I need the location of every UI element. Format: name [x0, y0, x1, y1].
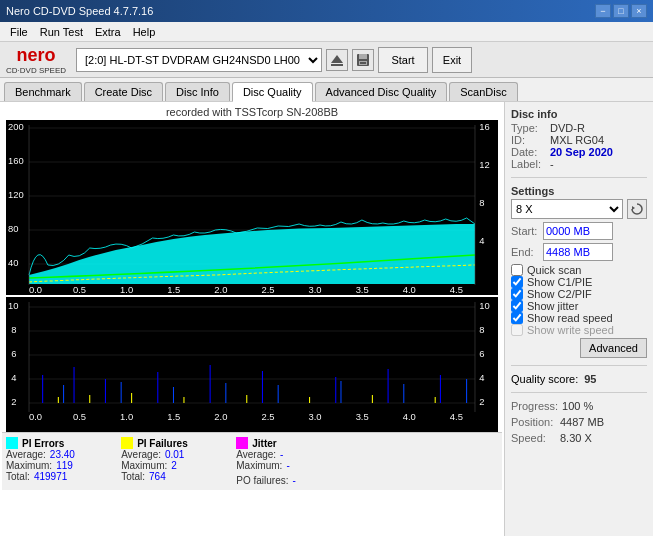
show-jitter-label: Show jitter — [527, 300, 578, 312]
menu-extra[interactable]: Extra — [89, 24, 127, 40]
quick-scan-label: Quick scan — [527, 264, 581, 276]
logo: nero CD·DVD SPEED — [6, 45, 66, 75]
disc-info-section: Disc info Type: DVD-R ID: MXL RG04 Date:… — [511, 108, 647, 170]
show-c1-label: Show C1/PIE — [527, 276, 592, 288]
svg-text:0.0: 0.0 — [29, 412, 42, 422]
svg-text:4.0: 4.0 — [403, 285, 416, 295]
svg-text:120: 120 — [8, 190, 24, 200]
titlebar-title: Nero CD-DVD Speed 4.7.7.16 — [6, 5, 153, 17]
close-button[interactable]: × — [631, 4, 647, 18]
svg-text:40: 40 — [8, 258, 18, 268]
progress-row: Progress: 100 % — [511, 400, 647, 412]
menu-run-test[interactable]: Run Test — [34, 24, 89, 40]
right-panel: Disc info Type: DVD-R ID: MXL RG04 Date:… — [505, 102, 653, 536]
advanced-button[interactable]: Advanced — [580, 338, 647, 358]
quality-score-value: 95 — [584, 373, 596, 385]
po-failures-label: PO failures: — [236, 475, 288, 486]
pi-errors-max-label: Maximum: — [6, 460, 52, 471]
svg-text:10: 10 — [479, 301, 489, 311]
svg-text:4: 4 — [479, 236, 484, 246]
maximize-button[interactable]: □ — [613, 4, 629, 18]
separator-3 — [511, 392, 647, 393]
disc-id-row: ID: MXL RG04 — [511, 134, 647, 146]
show-write-row: Show write speed — [511, 324, 647, 336]
svg-rect-5 — [360, 62, 366, 64]
show-c1-row: Show C1/PIE — [511, 276, 647, 288]
svg-text:4.5: 4.5 — [450, 412, 463, 422]
svg-text:2: 2 — [479, 397, 484, 407]
titlebar-controls: − □ × — [595, 4, 647, 18]
pi-errors-avg-value: 23.40 — [50, 449, 95, 460]
show-c1-checkbox[interactable] — [511, 276, 523, 288]
pi-errors-color-swatch — [6, 437, 18, 449]
disc-type-label: Type: — [511, 122, 546, 134]
pi-errors-avg-label: Average: — [6, 449, 46, 460]
end-mb-label: End: — [511, 246, 539, 258]
stats-area: PI Errors Average: 23.40 Maximum: 119 To… — [2, 432, 502, 490]
menu-help[interactable]: Help — [127, 24, 162, 40]
svg-text:1.5: 1.5 — [167, 285, 180, 295]
svg-text:16: 16 — [479, 122, 489, 132]
disc-id-value: MXL RG04 — [550, 134, 604, 146]
svg-text:8: 8 — [11, 325, 16, 335]
disc-date-row: Date: 20 Sep 2020 — [511, 146, 647, 158]
tabs: Benchmark Create Disc Disc Info Disc Qua… — [0, 78, 653, 102]
jitter-group: Jitter Average: - Maximum: - PO failures… — [236, 437, 337, 486]
pi-failures-total-value: 764 — [149, 471, 194, 482]
svg-text:2.0: 2.0 — [214, 412, 227, 422]
tab-create-disc[interactable]: Create Disc — [84, 82, 163, 101]
pi-errors-label: PI Errors — [22, 438, 64, 449]
start-button[interactable]: Start — [378, 47, 428, 73]
app-title: Nero CD-DVD Speed 4.7.7.16 — [6, 5, 153, 17]
eject-icon[interactable] — [326, 49, 348, 71]
speed-row-2: Speed: 8.30 X — [511, 432, 647, 444]
exit-button[interactable]: Exit — [432, 47, 472, 73]
speed-value: 8.30 X — [560, 432, 592, 444]
svg-text:3.0: 3.0 — [309, 285, 322, 295]
pi-failures-max-label: Maximum: — [121, 460, 167, 471]
tab-advanced-disc-quality[interactable]: Advanced Disc Quality — [315, 82, 448, 101]
tab-scan-disc[interactable]: ScanDisc — [449, 82, 517, 101]
jitter-max-value: - — [286, 460, 331, 471]
jitter-color-swatch — [236, 437, 248, 449]
svg-text:1.0: 1.0 — [120, 412, 133, 422]
upper-chart: 200 160 120 80 40 16 12 8 4 — [6, 120, 498, 295]
lower-chart: 10 8 6 4 2 10 8 6 4 2 — [6, 297, 498, 432]
end-mb-input[interactable] — [543, 243, 613, 261]
tab-disc-info[interactable]: Disc Info — [165, 82, 230, 101]
speed-select[interactable]: 8 X — [511, 199, 623, 219]
start-mb-input[interactable] — [543, 222, 613, 240]
show-c2-checkbox[interactable] — [511, 288, 523, 300]
pi-errors-max-value: 119 — [56, 460, 101, 471]
show-read-checkbox[interactable] — [511, 312, 523, 324]
show-c2-label: Show C2/PIF — [527, 288, 592, 300]
speed-row: 8 X — [511, 199, 647, 219]
svg-text:2: 2 — [11, 397, 16, 407]
pi-errors-total-label: Total: — [6, 471, 30, 482]
position-label: Position: — [511, 416, 556, 428]
pi-errors-total-value: 419971 — [34, 471, 79, 482]
svg-text:4.0: 4.0 — [403, 412, 416, 422]
menu-file[interactable]: File — [4, 24, 34, 40]
show-jitter-checkbox[interactable] — [511, 300, 523, 312]
drive-select[interactable]: [2:0] HL-DT-ST DVDRAM GH24NSD0 LH00 — [76, 48, 322, 72]
minimize-button[interactable]: − — [595, 4, 611, 18]
jitter-max-label: Maximum: — [236, 460, 282, 471]
show-jitter-row: Show jitter — [511, 300, 647, 312]
titlebar: Nero CD-DVD Speed 4.7.7.16 − □ × — [0, 0, 653, 22]
refresh-icon[interactable] — [627, 199, 647, 219]
jitter-avg-label: Average: — [236, 449, 276, 460]
show-read-row: Show read speed — [511, 312, 647, 324]
show-read-label: Show read speed — [527, 312, 613, 324]
save-icon[interactable] — [352, 49, 374, 71]
logo-text: nero — [17, 45, 56, 66]
menubar: File Run Test Extra Help — [0, 22, 653, 42]
tab-benchmark[interactable]: Benchmark — [4, 82, 82, 101]
quick-scan-row: Quick scan — [511, 264, 647, 276]
tab-disc-quality[interactable]: Disc Quality — [232, 82, 313, 102]
pi-failures-group: PI Failures Average: 0.01 Maximum: 2 Tot… — [121, 437, 216, 486]
quick-scan-checkbox[interactable] — [511, 264, 523, 276]
svg-text:6: 6 — [479, 349, 484, 359]
quality-score-row: Quality score: 95 — [511, 373, 647, 385]
svg-text:2.0: 2.0 — [214, 285, 227, 295]
